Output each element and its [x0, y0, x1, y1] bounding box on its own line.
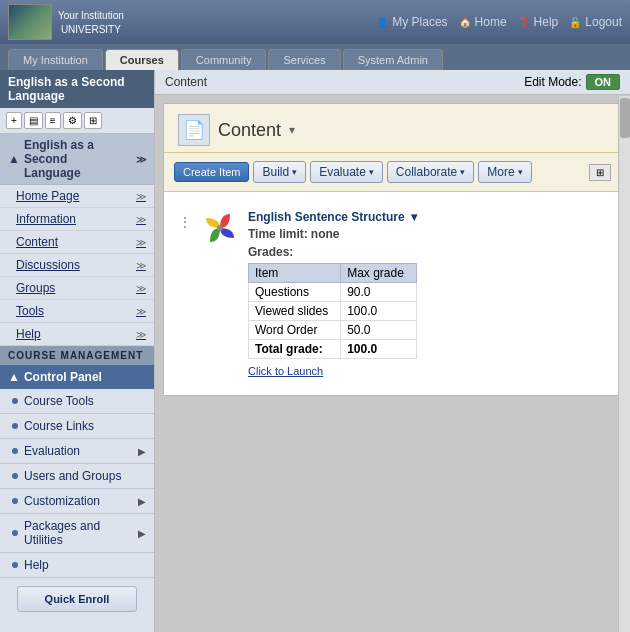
- cp-dot: [12, 530, 18, 536]
- grades-table: Item Max grade Questions90.0Viewed slide…: [248, 263, 417, 359]
- sidebar-item-arrow: ≫: [136, 260, 146, 271]
- sidebar-section-label: English as a SecondLanguage: [24, 138, 132, 180]
- sidebar-item-arrow: ≫: [136, 214, 146, 225]
- cp-dot: [12, 448, 18, 454]
- tab-community[interactable]: Community: [181, 49, 267, 70]
- sidebar-tools: + ▤ ≡ ⚙ ⊞: [0, 108, 154, 134]
- main-tabs-bar: My Institution Courses Community Service…: [0, 44, 630, 70]
- sidebar-item-arrow: ≫: [136, 329, 146, 340]
- grades-cell-maxgrade: 100.0: [341, 340, 417, 359]
- my-places-link[interactable]: 👤 My Places: [375, 15, 447, 29]
- content-item: ⋮: [174, 202, 611, 385]
- tab-services[interactable]: Services: [268, 49, 340, 70]
- click-to-launch-link[interactable]: Click to Launch: [248, 365, 607, 377]
- sidebar: English as a Second Language + ▤ ≡ ⚙ ⊞ ▲…: [0, 70, 155, 632]
- evaluate-button[interactable]: Evaluate ▾: [310, 161, 383, 183]
- content-header-bar: Content Edit Mode: ON: [155, 70, 630, 95]
- sidebar-view-button[interactable]: ▤: [24, 112, 43, 129]
- cp-item-help[interactable]: Help: [0, 553, 154, 578]
- cp-dot: [12, 473, 18, 479]
- collaborate-button[interactable]: Collaborate ▾: [387, 161, 474, 183]
- help-icon: ❓: [517, 15, 531, 29]
- cp-dot: [12, 398, 18, 404]
- grades-col-maxgrade: Max grade: [341, 264, 417, 283]
- breadcrumb: Content: [165, 75, 207, 89]
- sidebar-item-discussions[interactable]: Discussions ≫: [0, 254, 154, 277]
- cp-arrow-icon: ▶: [138, 528, 146, 539]
- grid-toggle-button[interactable]: ⊞: [589, 164, 611, 181]
- sidebar-add-button[interactable]: +: [6, 112, 22, 129]
- action-buttons-row: Create Item Build ▾ Evaluate ▾ Collabora…: [164, 153, 621, 192]
- scrollbar-thumb[interactable]: [620, 98, 630, 138]
- logout-link[interactable]: 🔓 Logout: [568, 15, 622, 29]
- edit-mode-toggle-area: Edit Mode: ON: [524, 74, 620, 90]
- home-link[interactable]: 🏠 Home: [458, 15, 507, 29]
- sidebar-list-button[interactable]: ≡: [45, 112, 61, 129]
- cp-item-course-tools[interactable]: Course Tools: [0, 389, 154, 414]
- content-title-row: 📄 Content ▾: [164, 104, 621, 153]
- cp-arrow-icon: ▶: [138, 496, 146, 507]
- sidebar-item-arrow: ≫: [136, 283, 146, 294]
- logo-image: [8, 4, 52, 40]
- grades-cell-maxgrade: 100.0: [341, 302, 417, 321]
- course-management-label: COURSE MANAGEMENT: [0, 346, 154, 365]
- item-time-limit: Time limit: none: [248, 227, 607, 241]
- more-button[interactable]: More ▾: [478, 161, 531, 183]
- grades-cell-maxgrade: 50.0: [341, 321, 417, 340]
- grades-cell-item: Total grade:: [249, 340, 341, 359]
- sidebar-section-course[interactable]: ▲ English as a SecondLanguage ≫: [0, 134, 154, 185]
- institution-name: Your Institution UNIVERSITY: [58, 8, 124, 37]
- drag-handle[interactable]: ⋮: [178, 210, 192, 230]
- evaluate-chevron-icon: ▾: [369, 167, 374, 177]
- main-content-area: Content Edit Mode: ON 📄 Content ▾ Create…: [155, 70, 630, 632]
- grades-cell-maxgrade: 90.0: [341, 283, 417, 302]
- sidebar-item-groups[interactable]: Groups ≫: [0, 277, 154, 300]
- sidebar-item-tools[interactable]: Tools ≫: [0, 300, 154, 323]
- content-items-area: ⋮: [164, 192, 621, 395]
- collaborate-chevron-icon: ▾: [460, 167, 465, 177]
- grades-col-item: Item: [249, 264, 341, 283]
- page-body: English as a Second Language + ▤ ≡ ⚙ ⊞ ▲…: [0, 70, 630, 632]
- tab-courses[interactable]: Courses: [105, 49, 179, 70]
- help-link[interactable]: ❓ Help: [517, 15, 559, 29]
- item-grades-label: Grades:: [248, 245, 607, 259]
- content-title-chevron-icon: ▾: [289, 123, 295, 137]
- build-button[interactable]: Build ▾: [253, 161, 306, 183]
- top-nav-links: 👤 My Places 🏠 Home ❓ Help 🔓 Logout: [375, 15, 622, 29]
- more-chevron-icon: ▾: [518, 167, 523, 177]
- logo-area: Your Institution UNIVERSITY: [8, 4, 124, 40]
- sidebar-item-content[interactable]: Content ≫: [0, 231, 154, 254]
- sidebar-item-arrow: ≫: [136, 237, 146, 248]
- cp-dot: [12, 423, 18, 429]
- cp-item-users-groups[interactable]: Users and Groups: [0, 464, 154, 489]
- tab-my-institution[interactable]: My Institution: [8, 49, 103, 70]
- scrollbar-track[interactable]: [618, 96, 630, 632]
- build-chevron-icon: ▾: [292, 167, 297, 177]
- cp-item-packages[interactable]: Packages and Utilities ▶: [0, 514, 154, 553]
- sidebar-item-arrow: ≫: [136, 191, 146, 202]
- control-panel-header: ▲ Control Panel: [0, 365, 154, 389]
- top-navigation: Your Institution UNIVERSITY 👤 My Places …: [0, 0, 630, 44]
- cp-item-evaluation[interactable]: Evaluation ▶: [0, 439, 154, 464]
- sidebar-item-homepage[interactable]: Home Page ≫: [0, 185, 154, 208]
- quick-enroll-button[interactable]: Quick Enroll: [17, 586, 137, 612]
- tab-system-admin[interactable]: System Admin: [343, 49, 443, 70]
- sidebar-breadcrumb: English as a Second Language: [0, 70, 154, 108]
- create-item-button[interactable]: Create Item: [174, 162, 249, 182]
- pinwheel-icon: [202, 210, 238, 246]
- cp-item-customization[interactable]: Customization ▶: [0, 489, 154, 514]
- sidebar-item-information[interactable]: Information ≫: [0, 208, 154, 231]
- sidebar-settings-button[interactable]: ⚙: [63, 112, 82, 129]
- edit-mode-button[interactable]: ON: [586, 74, 621, 90]
- sidebar-item-arrow: ≫: [136, 306, 146, 317]
- cp-item-course-links[interactable]: Course Links: [0, 414, 154, 439]
- sidebar-grid-button[interactable]: ⊞: [84, 112, 102, 129]
- content-panel-icon: 📄: [178, 114, 210, 146]
- content-panel: 📄 Content ▾ Create Item Build ▾ Evaluate…: [163, 103, 622, 396]
- logout-icon: 🔓: [568, 15, 582, 29]
- cp-dot: [12, 562, 18, 568]
- grades-cell-item: Questions: [249, 283, 341, 302]
- sidebar-item-help[interactable]: Help ≫: [0, 323, 154, 346]
- cp-arrow-icon: ▶: [138, 446, 146, 457]
- item-title: English Sentence Structure ▾: [248, 210, 607, 224]
